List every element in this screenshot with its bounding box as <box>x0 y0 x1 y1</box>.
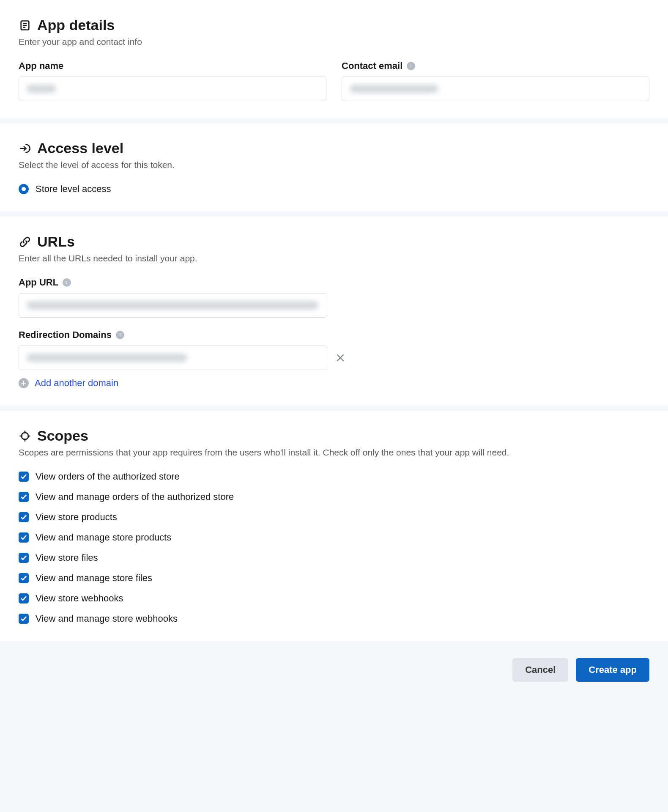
section-header: URLs <box>19 233 649 250</box>
app-url-label-text: App URL <box>19 277 58 288</box>
radio-circle-icon <box>19 184 29 194</box>
enter-arrow-icon <box>19 142 31 155</box>
form-group-redirection-domains: Redirection Domains <box>19 329 649 389</box>
info-icon[interactable] <box>63 278 71 287</box>
form-group-contact-email: Contact email <box>342 60 649 101</box>
target-icon <box>19 430 31 442</box>
app-name-input[interactable] <box>19 77 326 101</box>
section-header: Scopes <box>19 428 649 444</box>
scope-label: View store products <box>36 512 117 523</box>
app-url-label: App URL <box>19 277 649 288</box>
add-another-domain-text: Add another domain <box>35 378 118 389</box>
scope-label: View store webhooks <box>36 593 123 604</box>
urls-title: URLs <box>37 233 75 250</box>
svg-rect-10 <box>120 335 120 337</box>
contact-email-label-text: Contact email <box>342 60 402 71</box>
footer: Cancel Create app <box>0 646 668 749</box>
radio-label: Store level access <box>36 184 111 195</box>
blurred-value <box>27 85 56 93</box>
app-details-subtitle: Enter your app and contact info <box>19 37 649 47</box>
scope-checkbox[interactable] <box>19 573 29 583</box>
scope-item: View store files <box>19 552 649 563</box>
app-details-title: App details <box>37 17 115 33</box>
app-url-input[interactable] <box>19 293 327 318</box>
section-app-details: App details Enter your app and contact i… <box>0 0 668 118</box>
section-urls: URLs Enter all the URLs needed to instal… <box>0 217 668 406</box>
urls-subtitle: Enter all the URLs needed to install you… <box>19 253 649 263</box>
contact-email-label: Contact email <box>342 60 649 71</box>
scope-item: View orders of the authorized store <box>19 471 649 482</box>
scope-item: View and manage orders of the authorized… <box>19 491 649 502</box>
add-another-domain-link[interactable]: Add another domain <box>19 378 649 389</box>
blurred-value <box>27 354 187 362</box>
scope-label: View and manage store files <box>36 573 152 584</box>
app-details-form-row: App name Contact email <box>19 60 649 101</box>
scope-label: View orders of the authorized store <box>36 471 180 482</box>
svg-rect-8 <box>66 282 67 284</box>
form-group-app-name: App name <box>19 60 326 101</box>
scope-label: View and manage orders of the authorized… <box>36 491 234 502</box>
plus-circle-icon <box>19 378 29 388</box>
form-group-app-url: App URL <box>19 277 649 318</box>
scope-label: View and manage store webhooks <box>36 613 178 624</box>
svg-rect-5 <box>411 66 412 68</box>
scope-item: View and manage store files <box>19 573 649 584</box>
blurred-value <box>350 85 438 93</box>
document-icon <box>19 19 31 32</box>
scope-label: View store files <box>36 552 98 563</box>
cancel-button[interactable]: Cancel <box>512 658 568 682</box>
info-icon[interactable] <box>407 62 415 70</box>
scope-checkbox[interactable] <box>19 553 29 563</box>
section-scopes: Scopes Scopes are permissions that your … <box>0 411 668 641</box>
scopes-subtitle: Scopes are permissions that your app req… <box>19 447 649 458</box>
section-access-level: Access level Select the level of access … <box>0 123 668 211</box>
svg-point-7 <box>66 281 67 282</box>
scope-checkbox[interactable] <box>19 593 29 604</box>
svg-point-9 <box>120 334 120 335</box>
link-icon <box>19 236 31 248</box>
scope-checkbox[interactable] <box>19 492 29 502</box>
access-level-title: Access level <box>37 140 123 156</box>
section-header: App details <box>19 17 649 33</box>
scope-item: View and manage store webhooks <box>19 613 649 624</box>
scope-checkbox[interactable] <box>19 472 29 482</box>
scope-checkbox[interactable] <box>19 512 29 522</box>
scope-checkbox[interactable] <box>19 532 29 543</box>
scopes-title: Scopes <box>37 428 88 444</box>
app-name-label-text: App name <box>19 60 63 71</box>
svg-point-4 <box>411 65 411 66</box>
scopes-list: View orders of the authorized store View… <box>19 471 649 624</box>
blurred-value <box>27 301 318 310</box>
redirection-domains-label: Redirection Domains <box>19 329 649 340</box>
access-level-subtitle: Select the level of access for this toke… <box>19 160 649 170</box>
section-header: Access level <box>19 140 649 156</box>
scope-item: View store webhooks <box>19 593 649 604</box>
info-icon[interactable] <box>116 331 124 339</box>
radio-store-level-access[interactable]: Store level access <box>19 184 649 195</box>
scope-checkbox[interactable] <box>19 614 29 624</box>
redirection-domains-label-text: Redirection Domains <box>19 329 112 340</box>
contact-email-input[interactable] <box>342 77 649 101</box>
app-name-label: App name <box>19 60 326 71</box>
scope-label: View and manage store products <box>36 532 171 543</box>
scope-item: View and manage store products <box>19 532 649 543</box>
remove-domain-button[interactable] <box>335 352 346 363</box>
redirection-domain-input[interactable] <box>19 346 327 370</box>
redirection-domain-row <box>19 346 649 370</box>
scope-item: View store products <box>19 512 649 523</box>
create-app-button[interactable]: Create app <box>576 658 649 682</box>
